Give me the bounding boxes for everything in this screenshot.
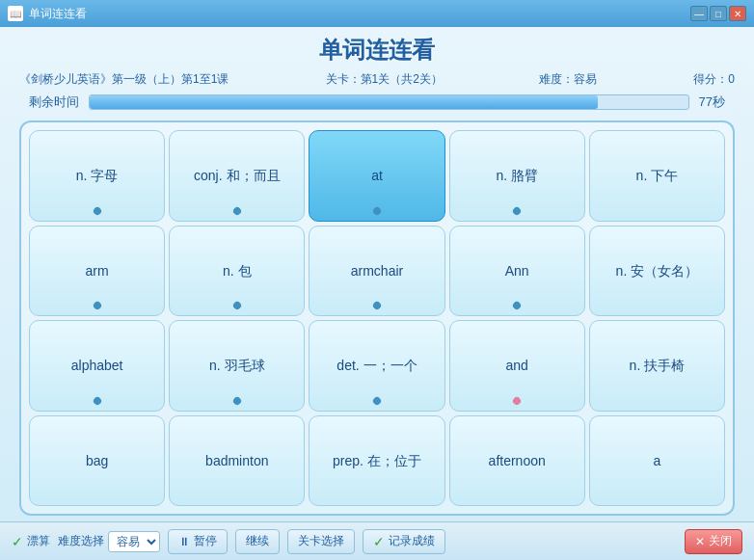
card-r0c1[interactable]: conj. 和；而且 [169,130,305,222]
card-text-r0c4: n. 下午 [633,163,683,188]
card-dot-r0c0 [92,205,102,216]
app-icon: 📖 [8,6,23,21]
card-r2c2[interactable]: det. 一；一个 [309,320,444,412]
card-dot-r0c2 [371,205,382,216]
card-dot-r2c0 [92,395,102,406]
minimize-button[interactable]: — [690,6,708,21]
card-dot-r0c1 [231,205,242,216]
title-bar: 📖 单词连连看 — □ ✕ [0,0,754,27]
close-button[interactable]: ✕ 关闭 [685,529,742,554]
pause-label: 暂停 [194,533,217,549]
window-controls: — □ ✕ [690,6,746,21]
main-content: 单词连连看 《剑桥少儿英语》第一级（上）第1至1课 关卡：第1关（共2关） 难度… [0,27,754,560]
continue-button[interactable]: 继续 [235,529,280,554]
card-r1c1[interactable]: n. 包 [169,226,305,317]
bottom-toolbar: ✓ 漂算 难度选择 容易 普通 困难 ⏸ 暂停 继续 关卡选择 ✓ 记录成绩 ✕ [0,521,754,560]
book-info: 《剑桥少儿英语》第一级（上）第1至1课 [19,71,229,88]
card-r1c3[interactable]: Ann [449,226,585,317]
pass-info: 关卡：第1关（共2关） [326,71,443,88]
info-bar: 《剑桥少儿英语》第一级（上）第1至1课 关卡：第1关（共2关） 难度：容易 得分… [0,69,754,90]
card-text-r0c0: n. 字母 [72,163,122,188]
card-dot-r2c1 [231,395,242,406]
card-text-r2c4: n. 扶手椅 [626,353,689,378]
card-grid: n. 字母conj. 和；而且atn. 胳臂n. 下午armn. 包armcha… [19,120,735,516]
record-button[interactable]: ✓ 记录成绩 [363,529,445,554]
pause-icon: ⏸ [178,535,190,548]
card-text-r2c2: det. 一；一个 [333,353,420,378]
card-r0c4[interactable]: n. 下午 [589,130,725,222]
close-window-button[interactable]: ✕ [729,6,746,21]
check-icon: ✓ [12,534,23,549]
card-r3c3[interactable]: afternoon [449,415,585,507]
card-dot-r2c2 [371,395,382,406]
erase-item: ✓ 漂算 [12,533,50,549]
card-dot-r1c0 [92,300,102,310]
card-r0c0[interactable]: n. 字母 [29,130,165,222]
pass-button[interactable]: 关卡选择 [287,529,355,554]
card-text-r3c4: a [649,448,664,473]
pause-button[interactable]: ⏸ 暂停 [168,529,228,554]
card-text-r0c1: conj. 和；而且 [190,163,283,188]
card-text-r3c0: bag [82,448,112,473]
score-info: 得分：0 [693,71,735,88]
card-r2c4[interactable]: n. 扶手椅 [589,320,725,412]
card-dot-r1c1 [231,300,242,310]
card-r3c1[interactable]: badminton [169,415,305,507]
game-area: n. 字母conj. 和；而且atn. 胳臂n. 下午armn. 包armcha… [0,115,754,521]
timer-bar-fill [90,95,598,109]
card-r1c2[interactable]: armchair [309,226,444,317]
card-dot-r0c3 [512,205,523,216]
card-dot-r1c2 [371,300,382,310]
timer-section: 剩余时间 77秒 [0,90,754,115]
card-text-r1c2: armchair [347,258,407,283]
card-r1c4[interactable]: n. 安（女名） [589,226,725,317]
difficulty-item: 难度选择 容易 普通 困难 [58,531,160,552]
difficulty-label: 难度选择 [58,533,104,549]
timer-label: 剩余时间 [29,93,79,111]
card-text-r0c2: at [367,163,387,188]
card-text-r3c1: badminton [202,448,272,473]
card-r1c0[interactable]: arm [29,226,165,317]
card-text-r1c1: n. 包 [219,258,256,283]
card-r3c2[interactable]: prep. 在；位于 [309,415,444,507]
title-bar-text: 单词连连看 [29,6,690,22]
erase-label: 漂算 [27,533,50,549]
record-check-icon: ✓ [373,534,385,549]
card-r2c0[interactable]: alphabet [29,320,165,412]
continue-label: 继续 [246,533,269,549]
card-text-r1c3: Ann [501,258,533,283]
difficulty-select[interactable]: 容易 普通 困难 [108,531,160,552]
app-title: 单词连连看 [0,27,754,69]
pass-label: 关卡选择 [298,533,344,549]
card-r3c0[interactable]: bag [29,415,165,507]
record-label: 记录成绩 [389,533,435,549]
card-r2c1[interactable]: n. 羽毛球 [169,320,305,412]
card-dot-r2c3 [512,395,523,406]
card-text-r0c3: n. 胳臂 [492,163,542,188]
close-label: 关闭 [709,533,732,549]
card-text-r1c0: arm [82,258,113,283]
difficulty-info: 难度：容易 [539,71,597,88]
close-x-icon: ✕ [695,535,705,548]
card-text-r3c2: prep. 在；位于 [329,448,425,473]
card-r0c3[interactable]: n. 胳臂 [449,130,585,222]
card-text-r2c3: and [502,353,532,378]
timer-bar-background [89,94,689,110]
card-r0c2[interactable]: at [309,130,444,222]
card-text-r1c4: n. 安（女名） [612,258,703,283]
timer-value: 77秒 [699,93,725,111]
maximize-button[interactable]: □ [710,6,727,21]
card-dot-r1c3 [512,300,523,310]
card-text-r2c1: n. 羽毛球 [205,353,269,378]
card-r2c3[interactable]: and [449,320,585,412]
card-r3c4[interactable]: a [589,415,725,507]
card-text-r2c0: alphabet [67,353,127,378]
card-text-r3c3: afternoon [485,448,550,473]
